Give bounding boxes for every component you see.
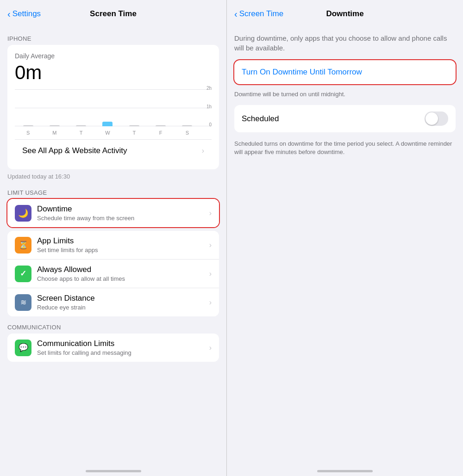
downtime-description: During downtime, only apps that you choo… — [234, 28, 456, 60]
left-panel: ‹ Settings Screen Time IPHONE Daily Aver… — [0, 0, 227, 476]
right-content: During downtime, only apps that you choo… — [227, 28, 463, 466]
chart-day-m: M — [50, 130, 60, 136]
scheduled-label: Scheduled — [242, 114, 279, 124]
chart-bar-col-m — [50, 125, 60, 126]
chart-bar-f — [156, 125, 166, 126]
app-limits-text: App Limits Set time limits for apps — [37, 236, 204, 253]
chart-label-2h: 2h — [206, 86, 212, 91]
downtime-list-item[interactable]: 🌙 Downtime Schedule time away from the s… — [7, 199, 219, 227]
downtime-chevron-icon: › — [209, 209, 212, 217]
usage-chart: 2h 1h 0 — [15, 89, 212, 136]
home-indicator — [86, 470, 141, 472]
communication-limits-subtitle: Set limits for calling and messaging — [37, 349, 204, 356]
updated-label: Updated today at 16:30 — [0, 169, 226, 182]
app-limits-subtitle: Set time limits for apps — [37, 247, 204, 253]
back-chevron-icon: ‹ — [7, 9, 11, 19]
turn-on-btn-text: Turn On Downtime Until Tomorrow — [242, 68, 362, 76]
right-panel: ‹ Screen Time Downtime During downtime, … — [227, 0, 463, 476]
chart-day-w: W — [102, 130, 113, 136]
see-all-text: See All App & Website Activity — [22, 146, 127, 155]
back-label: Settings — [13, 9, 41, 19]
always-allowed-text: Always Allowed Choose apps to allow at a… — [37, 265, 204, 282]
communication-section-label: COMMUNICATION — [0, 316, 226, 334]
right-back-chevron-icon: ‹ — [234, 9, 238, 19]
screen-distance-chevron-icon: › — [209, 298, 212, 307]
screen-distance-icon: ≋ — [15, 294, 31, 311]
chart-bar-col-s2 — [182, 125, 192, 126]
chart-bar-col-f — [156, 125, 166, 126]
chart-day-s2: S — [182, 130, 192, 136]
screen-distance-title: Screen Distance — [37, 294, 204, 303]
waves-icon: ≋ — [20, 298, 26, 307]
always-allowed-subtitle: Choose apps to allow at all times — [37, 275, 204, 282]
left-nav-bar: ‹ Settings Screen Time — [0, 0, 226, 28]
see-all-chevron-icon: › — [202, 147, 204, 155]
left-nav-title: Screen Time — [90, 9, 137, 19]
moon-icon: 🌙 — [18, 208, 28, 218]
app-limits-icon: ⏳ — [15, 237, 31, 253]
chart-day-t2: T — [129, 130, 139, 136]
app-limits-title: App Limits — [37, 236, 204, 246]
screen-distance-item[interactable]: ≋ Screen Distance Reduce eye strain › — [7, 288, 219, 316]
communication-limits-icon: 💬 — [15, 340, 31, 356]
toggle-knob — [425, 112, 438, 125]
screen-time-back-button[interactable]: ‹ Screen Time — [234, 9, 283, 19]
communication-limits-item[interactable]: 💬 Communication Limits Set limits for ca… — [7, 334, 219, 362]
chart-label-0: 0 — [209, 122, 212, 127]
downtime-text: Downtime Schedule time away from the scr… — [37, 204, 204, 222]
always-allowed-icon: ✓ — [15, 266, 31, 282]
right-home-indicator — [317, 470, 373, 472]
downtime-icon: 🌙 — [15, 205, 31, 222]
scheduled-card: Scheduled — [234, 105, 456, 132]
chart-bar-t2 — [129, 125, 139, 126]
scheduled-description: Scheduled turns on downtime for the time… — [234, 136, 456, 160]
limit-usage-section-label: LIMIT USAGE — [0, 182, 226, 199]
always-allowed-title: Always Allowed — [37, 265, 204, 274]
chart-day-t1: T — [76, 130, 86, 136]
midnight-note: Downtime will be turned on until midnigh… — [234, 88, 456, 105]
communication-limits-title: Communication Limits — [37, 339, 204, 348]
scheduled-toggle[interactable] — [425, 111, 448, 126]
screen-distance-subtitle: Reduce eye strain — [37, 304, 204, 311]
chart-day-s1: S — [23, 130, 33, 136]
app-limits-chevron-icon: › — [209, 241, 212, 249]
limits-card: ⏳ App Limits Set time limits for apps › … — [7, 231, 219, 316]
chart-bar-s2 — [182, 125, 192, 126]
app-limits-item[interactable]: ⏳ App Limits Set time limits for apps › — [7, 231, 219, 259]
chart-bar-t1 — [76, 125, 86, 126]
daily-avg-label: Daily Average — [15, 52, 212, 60]
checkmark-icon: ✓ — [20, 269, 26, 278]
communication-limits-chevron-icon: › — [209, 344, 212, 352]
downtime-title: Downtime — [37, 204, 204, 214]
iphone-section-label: IPHONE — [0, 28, 226, 45]
chart-bar-m — [50, 125, 60, 126]
daily-avg-value: 0m — [15, 62, 212, 84]
always-allowed-item[interactable]: ✓ Always Allowed Choose apps to allow at… — [7, 259, 219, 288]
chart-bar-s1 — [23, 125, 33, 126]
right-nav-title: Downtime — [326, 9, 363, 19]
spacer1 — [0, 227, 226, 231]
chart-bar-w — [102, 122, 113, 126]
chart-bar-col-s1 — [23, 125, 33, 126]
screen-distance-text: Screen Distance Reduce eye strain — [37, 294, 204, 311]
right-nav-bar: ‹ Screen Time Downtime — [227, 0, 463, 28]
always-allowed-chevron-icon: › — [209, 270, 212, 278]
chart-bar-col-t1 — [76, 125, 86, 126]
settings-back-button[interactable]: ‹ Settings — [7, 9, 41, 19]
daily-average-card: Daily Average 0m 2h 1h 0 — [7, 45, 219, 169]
communication-card: 💬 Communication Limits Set limits for ca… — [7, 334, 219, 362]
chart-day-f: F — [156, 130, 166, 136]
hourglass-icon: ⏳ — [19, 240, 28, 250]
downtime-item[interactable]: 🌙 Downtime Schedule time away from the s… — [7, 199, 219, 227]
message-icon: 💬 — [19, 343, 28, 352]
chart-day-labels: S M T W T F S — [15, 130, 200, 136]
chart-label-1h: 1h — [206, 104, 212, 109]
communication-limits-text: Communication Limits Set limits for call… — [37, 339, 204, 356]
see-all-row[interactable]: See All App & Website Activity › — [15, 139, 212, 162]
chart-bars-container — [15, 89, 200, 126]
chart-bar-col-w — [102, 122, 113, 126]
downtime-subtitle: Schedule time away from the screen — [37, 215, 204, 222]
chart-bar-col-t2 — [129, 125, 139, 126]
turn-on-downtime-card[interactable]: Turn On Downtime Until Tomorrow — [234, 60, 456, 84]
right-back-label: Screen Time — [239, 9, 283, 19]
